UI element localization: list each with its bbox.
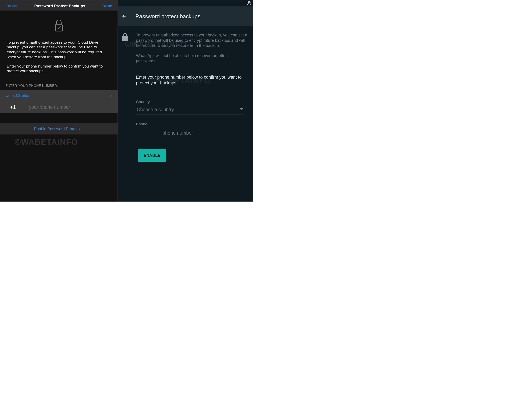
phone-number-input[interactable]: phone number bbox=[162, 129, 244, 138]
phone-section-label: ENTER YOUR PHONE NUMBER: bbox=[0, 84, 118, 88]
cancel-button[interactable]: Cancel bbox=[5, 4, 17, 8]
dropdown-arrow-icon bbox=[240, 108, 243, 111]
info-text: To prevent unauthorized access to your b… bbox=[136, 32, 249, 64]
enable-protection-row[interactable]: Enable Password Protection bbox=[0, 123, 118, 134]
phone-label: Phone bbox=[136, 122, 244, 126]
done-button[interactable]: Done bbox=[102, 4, 112, 8]
text-column: To prevent unauthorized access to your b… bbox=[136, 32, 249, 162]
country-code: +1 bbox=[0, 101, 26, 113]
svg-rect-1 bbox=[122, 36, 128, 41]
svg-rect-0 bbox=[55, 24, 62, 31]
lock-icon-column bbox=[122, 32, 136, 162]
android-app-bar: Password protect backups bbox=[118, 6, 253, 26]
android-screen: 68 Password protect backups ©WABETAINFO … bbox=[118, 0, 253, 201]
country-dropdown[interactable]: Choose a country bbox=[136, 106, 244, 114]
backup-description: To prevent unauthorized access to your i… bbox=[7, 40, 111, 59]
content-area: To prevent unauthorized access to your b… bbox=[118, 26, 253, 162]
phone-input-row: +1 your phone number bbox=[0, 101, 118, 113]
instruction-text: Enter your phone number below to confirm… bbox=[136, 74, 249, 86]
selected-country: United States bbox=[5, 93, 29, 98]
lock-check-icon bbox=[54, 19, 64, 33]
watermark: ©WABETAINFO bbox=[15, 137, 78, 147]
chevron-right-icon: › bbox=[111, 93, 112, 98]
back-button[interactable] bbox=[122, 14, 127, 19]
country-placeholder: Choose a country bbox=[137, 107, 174, 112]
lock-icon bbox=[122, 40, 129, 42]
country-label: Country bbox=[136, 100, 244, 104]
instruction-text: Enter your phone number below to confirm… bbox=[7, 64, 111, 73]
phone-input-group: + phone number bbox=[136, 129, 244, 138]
ios-screen: Cancel Password Protect Backups Done ©WA… bbox=[0, 0, 118, 201]
android-statusbar: 68 bbox=[118, 0, 253, 6]
enable-protection-label: Enable Password Protection bbox=[34, 127, 84, 131]
page-title: Password protect backups bbox=[135, 13, 200, 20]
recovery-warning: WhatsApp will not be able to help recove… bbox=[136, 53, 249, 64]
country-code-input[interactable]: + bbox=[136, 129, 156, 138]
lock-icon-container bbox=[0, 19, 118, 33]
phone-number-input[interactable]: your phone number bbox=[26, 104, 70, 110]
country-selector-row[interactable]: United States › bbox=[0, 90, 118, 101]
ios-navigation-bar: Cancel Password Protect Backups Done bbox=[0, 1, 118, 11]
page-title: Password Protect Backups bbox=[34, 4, 85, 8]
enable-button[interactable]: ENABLE bbox=[138, 149, 166, 162]
notification-badge: 68 bbox=[247, 1, 251, 5]
description-text: To prevent unauthorized access to your i… bbox=[0, 40, 118, 73]
backup-description: To prevent unauthorized access to your b… bbox=[136, 32, 249, 48]
phone-form: Country Choose a country Phone + phone n… bbox=[136, 100, 249, 162]
